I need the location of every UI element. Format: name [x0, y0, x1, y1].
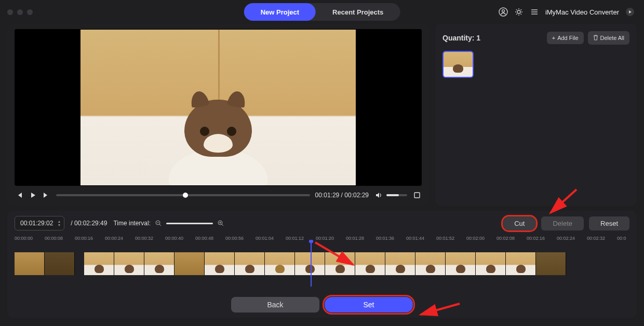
tab-new-project[interactable]: New Project — [244, 3, 316, 21]
ruler-tick: 00:0 — [617, 236, 629, 245]
ruler-tick: 00:02:16 — [527, 236, 557, 245]
quantity-label: Quantity: 1 — [442, 34, 543, 42]
ruler-tick: 00:02:00 — [466, 236, 497, 245]
window-controls — [7, 9, 33, 15]
ruler-tick: 00:02:32 — [587, 236, 617, 245]
transport-bar: 00:01:29 / 00:02:29 — [15, 188, 422, 202]
reset-button[interactable]: Reset — [589, 216, 629, 230]
ruler-tick: 00:01:28 — [346, 236, 376, 245]
close-dot-icon[interactable] — [7, 9, 13, 15]
volume-slider[interactable] — [386, 194, 407, 196]
video-frame-image — [81, 30, 356, 185]
gear-icon[interactable] — [514, 7, 524, 17]
chevron-up-icon[interactable]: ▲ — [57, 220, 61, 223]
zoom-in-icon[interactable] — [216, 219, 225, 228]
set-button[interactable]: Set — [325, 297, 413, 313]
zoom-dot-icon[interactable] — [27, 9, 33, 15]
trash-icon — [593, 34, 598, 42]
quantity-value: 1 — [476, 34, 480, 42]
play-badge-icon[interactable] — [625, 7, 635, 17]
ruler-tick: 00:00:48 — [195, 236, 225, 245]
ruler-tick: 00:01:04 — [256, 236, 286, 245]
clip-side-panel: Quantity: 1 + Add File Delete All — [435, 24, 637, 206]
zoom-out-icon[interactable] — [154, 219, 163, 228]
ruler-tick: 00:00:40 — [165, 236, 195, 245]
play-icon[interactable] — [28, 191, 37, 200]
cut-button[interactable]: Cut — [503, 216, 536, 230]
ruler-tick: 00:01:20 — [316, 236, 346, 245]
delete-all-button[interactable]: Delete All — [588, 31, 629, 45]
user-icon[interactable] — [499, 7, 508, 17]
svg-point-2 — [517, 10, 520, 13]
ruler-tick: 00:01:52 — [436, 236, 466, 245]
svg-point-1 — [502, 10, 505, 12]
svg-rect-4 — [414, 193, 420, 198]
clip-thumbnail[interactable] — [442, 51, 474, 78]
chevron-down-icon[interactable]: ▼ — [57, 223, 61, 227]
timeline-panel: 00:01:29:02 ▲ ▼ / 00:02:29:49 Time inter… — [7, 211, 637, 318]
title-bar: New Project Recent Projects iMyMac Video… — [0, 0, 644, 24]
video-canvas[interactable] — [15, 29, 422, 186]
ruler-tick: 00:00:16 — [75, 236, 105, 245]
time-total: 00:02:29 — [344, 192, 369, 199]
time-interval-label: Time interval: — [113, 220, 151, 227]
time-display: 00:01:29 / 00:02:29 — [315, 192, 369, 199]
app-name-label: iMyMac Video Converter — [545, 8, 619, 16]
ruler-tick: 00:02:24 — [557, 236, 587, 245]
time-interval-control: Time interval: — [113, 219, 225, 228]
tab-recent-projects[interactable]: Recent Projects — [316, 3, 400, 21]
preview-panel: 00:01:29 / 00:02:29 — [7, 24, 429, 206]
back-button[interactable]: Back — [231, 297, 319, 313]
timecode-total-label: / 00:02:29:49 — [71, 220, 107, 227]
fullscreen-icon[interactable] — [412, 191, 422, 200]
ruler-tick: 00:00:56 — [225, 236, 256, 245]
project-tabs: New Project Recent Projects — [244, 3, 400, 21]
skip-back-icon[interactable] — [15, 191, 24, 200]
ruler-tick: 00:00:00 — [15, 236, 45, 245]
ruler-tick: 00:01:36 — [376, 236, 406, 245]
minimize-dot-icon[interactable] — [17, 9, 23, 15]
volume-icon[interactable] — [374, 191, 383, 200]
time-current: 00:01:29 — [315, 192, 340, 199]
title-right-cluster: iMyMac Video Converter — [499, 0, 635, 24]
playhead-icon[interactable] — [311, 242, 312, 287]
hamburger-icon[interactable] — [530, 7, 539, 17]
time-interval-slider[interactable] — [166, 223, 213, 224]
app-window: New Project Recent Projects iMyMac Video… — [0, 0, 644, 326]
timecode-input[interactable]: 00:01:29:02 ▲ ▼ — [15, 216, 64, 230]
ruler-tick: 00:01:44 — [406, 236, 436, 245]
delete-button[interactable]: Delete — [541, 216, 584, 230]
timeline-filmstrip[interactable] — [15, 252, 629, 275]
seek-slider[interactable] — [56, 194, 310, 196]
plus-icon: + — [552, 35, 555, 41]
ruler-tick: 00:00:24 — [105, 236, 135, 245]
ruler-tick: 00:00:32 — [135, 236, 165, 245]
ruler-tick: 00:00:08 — [45, 236, 75, 245]
time-ruler[interactable]: 00:00:0000:00:0800:00:1600:00:2400:00:32… — [15, 236, 629, 245]
timecode-in-value: 00:01:29:02 — [20, 220, 53, 227]
ruler-tick: 00:02:08 — [497, 236, 527, 245]
add-file-button[interactable]: + Add File — [547, 32, 584, 44]
skip-fwd-icon[interactable] — [42, 191, 51, 200]
